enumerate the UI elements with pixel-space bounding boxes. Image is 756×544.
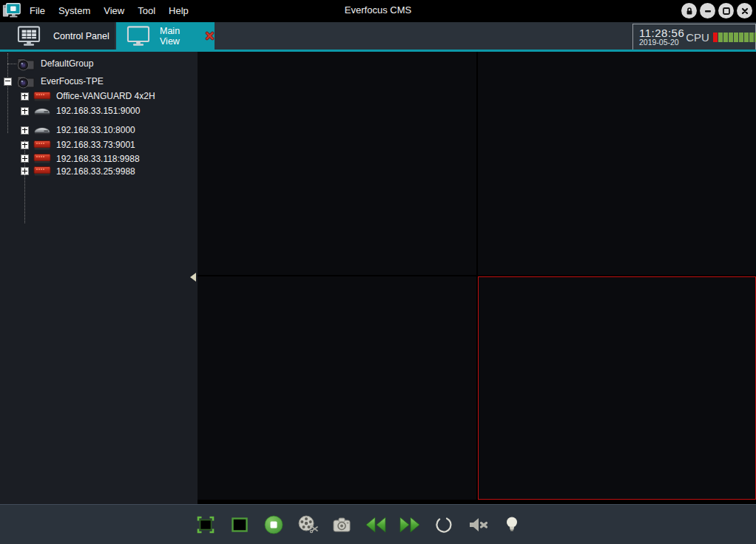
close-tab-button[interactable]: [205, 31, 215, 41]
expand-toggle[interactable]: [21, 126, 29, 135]
close-button[interactable]: [737, 3, 752, 18]
tab-label: Main View: [160, 26, 193, 47]
clock: 11:28:56 2019-05-20: [639, 27, 684, 47]
app-logo-icon: [1, 1, 23, 21]
bottom-toolbar: [0, 504, 756, 544]
expand-toggle[interactable]: [21, 107, 29, 115]
record-clip-icon: [297, 514, 319, 535]
expand-toggle[interactable]: [21, 167, 29, 175]
device-tree-panel: DefaultGroup EverFocus-TPE: [0, 52, 198, 504]
tab-main-view[interactable]: Main View: [116, 22, 215, 50]
tree-item-label: 192.168.33.25:9988: [56, 166, 135, 177]
dvr-icon-gray: [33, 106, 51, 116]
menu-item-file[interactable]: File: [23, 0, 52, 22]
clock-panel: 11:28:56 2019-05-20 CPU: [632, 24, 756, 50]
time-display: 11:28:56: [639, 27, 684, 39]
single-screen-button[interactable]: [228, 513, 252, 537]
lock-button[interactable]: [681, 3, 697, 18]
tree-item-192-168-33-73[interactable]: 192.168.33.73:9001: [0, 137, 198, 152]
expand-toggle[interactable]: [21, 141, 29, 149]
maximize-icon: [722, 7, 731, 16]
loop-button[interactable]: [432, 513, 456, 537]
video-cell-1[interactable]: [198, 52, 476, 275]
tree-item-192-168-33-25[interactable]: 192.168.33.25:9988: [0, 165, 198, 177]
loop-icon: [433, 514, 454, 535]
cpu-meter-segment: [729, 33, 733, 42]
expand-toggle[interactable]: [21, 154, 29, 163]
minimize-icon: [703, 7, 712, 16]
tab-label: Control Panel: [53, 31, 109, 41]
tree-item-192-168-33-151[interactable]: 192.168.33.151:9000: [0, 103, 198, 118]
tree-item-label: 192.168.33.118:9988: [56, 154, 140, 164]
tab-bar: Control Panel Main View: [0, 22, 756, 52]
tree-item-192-168-33-10[interactable]: 192.168.33.10:8000: [0, 123, 198, 137]
light-bulb-icon: [502, 514, 522, 535]
menu-item-system[interactable]: System: [52, 0, 97, 22]
window-controls: [681, 3, 752, 18]
dvr-icon-red: [33, 140, 51, 151]
rewind-button[interactable]: [364, 513, 388, 537]
fast-forward-button[interactable]: [398, 513, 422, 537]
mute-speaker-icon: [467, 514, 489, 535]
close-icon: [740, 7, 749, 16]
menu-item-help[interactable]: Help: [162, 0, 195, 22]
single-screen-icon: [229, 514, 250, 535]
tree-item-defaultgroup[interactable]: DefaultGroup: [0, 56, 198, 71]
tree-item-label: 192.168.33.151:9000: [56, 106, 140, 116]
tab-control-panel[interactable]: Control Panel: [0, 22, 115, 50]
tree-item-192-168-33-118[interactable]: 192.168.33.118:9988: [0, 152, 198, 165]
close-tab-icon: [205, 31, 215, 41]
light-button[interactable]: [500, 513, 524, 537]
everfocus-cms-window: File System View Tool Help Everfocus CMS: [0, 0, 756, 544]
monitor-icon: [126, 25, 151, 47]
video-grid: [198, 52, 756, 504]
mute-button[interactable]: [466, 513, 490, 537]
cpu-meter-segment: [734, 33, 738, 42]
fullscreen-button[interactable]: [194, 513, 217, 537]
tree-item-label: Office-VANGUARD 4x2H: [56, 91, 155, 101]
cpu-meter-segment: [739, 33, 743, 42]
cpu-meter-segment: [749, 33, 754, 42]
camera-group-icon: [16, 74, 36, 89]
camera-group-icon: [16, 56, 36, 71]
cpu-meter: [713, 33, 756, 42]
tree-item-everfocus-tpe[interactable]: EverFocus-TPE: [0, 74, 198, 89]
dvr-icon-red: [33, 153, 51, 164]
dvr-icon-gray: [33, 125, 51, 135]
record-clip-button[interactable]: [296, 513, 320, 537]
titlebar: File System View Tool Help Everfocus CMS: [0, 0, 756, 22]
dvr-icon-red: [33, 91, 51, 102]
cpu-meter-segment: [744, 33, 749, 42]
cpu-meter-segment: [718, 33, 723, 42]
menubar: File System View Tool Help: [23, 0, 195, 22]
snapshot-camera-icon: [331, 514, 352, 535]
snapshot-button[interactable]: [330, 513, 354, 537]
cpu-meter-segment: [723, 33, 728, 42]
tree-item-label: DefaultGroup: [41, 58, 93, 69]
stop-icon: [263, 514, 284, 535]
window-title: Everfocus CMS: [345, 0, 411, 21]
video-cell-3[interactable]: [198, 276, 476, 500]
tree-item-label: EverFocus-TPE: [41, 76, 104, 86]
tree-item-label: 192.168.33.73:9001: [56, 140, 135, 150]
date-display: 2019-05-20: [639, 38, 684, 47]
minimize-button[interactable]: [700, 3, 715, 18]
video-cell-2[interactable]: [478, 52, 756, 275]
expand-toggle[interactable]: [21, 92, 29, 101]
tree-item-label: 192.168.33.10:8000: [56, 125, 135, 135]
collapse-toggle[interactable]: [4, 78, 12, 86]
rewind-icon: [364, 514, 388, 535]
dvr-icon-red: [33, 166, 51, 177]
cpu-label: CPU: [686, 31, 709, 44]
main-area: DefaultGroup EverFocus-TPE: [0, 52, 756, 504]
video-cell-4-selected[interactable]: [478, 276, 756, 500]
maximize-button[interactable]: [718, 3, 734, 18]
menu-item-view[interactable]: View: [97, 0, 131, 22]
fast-forward-icon: [398, 514, 422, 535]
menu-item-tool[interactable]: Tool: [131, 0, 162, 22]
tree-item-office-vanguard[interactable]: Office-VANGUARD 4x2H: [0, 89, 198, 103]
control-panel-grid-icon: [16, 25, 41, 47]
collapse-sidebar-arrow[interactable]: [190, 273, 196, 282]
lock-icon: [685, 7, 694, 16]
stop-button[interactable]: [262, 513, 286, 537]
